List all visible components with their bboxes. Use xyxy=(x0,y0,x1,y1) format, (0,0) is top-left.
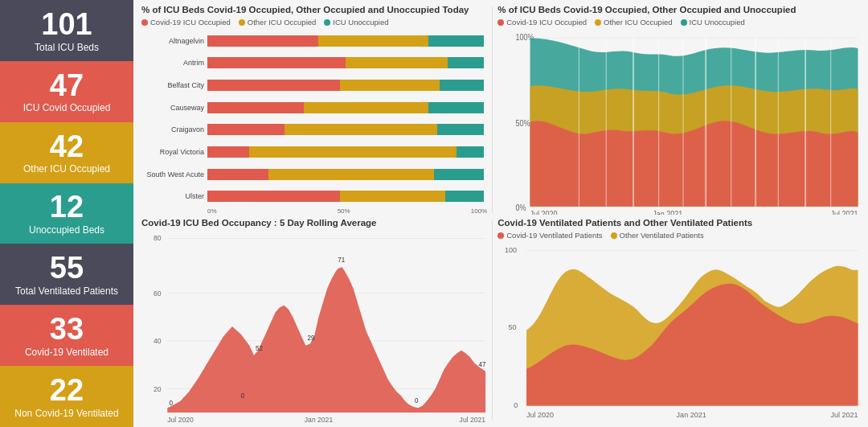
br-legend-other-dot xyxy=(611,232,617,239)
bar-unoccupied-segment xyxy=(434,169,484,180)
bar-row-label: Antrim xyxy=(141,59,204,67)
svg-text:47: 47 xyxy=(478,360,485,368)
tr-legend-other: Other ICU Occupied xyxy=(595,18,673,27)
bar-segments xyxy=(207,35,484,47)
bar-other-segment xyxy=(304,102,428,113)
tr-legend-unoccupied-label: ICU Unoccupied xyxy=(690,18,745,27)
other-icu-label: Other ICU Occupied xyxy=(18,163,115,174)
top-left-title: % of ICU Beds Covid-19 Occupied, Other O… xyxy=(141,5,487,14)
unoccupied-number: 12 xyxy=(50,191,84,224)
br-legend-covid-dot xyxy=(497,232,504,239)
charts-bottom-row: Covid-19 ICU Bed Occupancy : 5 Day Rolli… xyxy=(137,216,865,424)
total-icu-card: 101 Total ICU Beds xyxy=(0,0,133,61)
tr-legend-covid-label: Covid-19 ICU Occupied xyxy=(506,18,587,27)
svg-text:52: 52 xyxy=(256,343,263,351)
non-covid-vent-card: 22 Non Covid-19 Ventilated xyxy=(0,366,133,427)
svg-text:40: 40 xyxy=(154,337,162,345)
other-icu-number: 42 xyxy=(50,130,84,164)
total-icu-number: 101 xyxy=(41,8,92,42)
bar-row-label: Altnagelvin xyxy=(141,37,204,45)
bar-row-label: South West Acute xyxy=(141,170,204,179)
bottom-left-svg: 80 60 40 20 0 52 29 71 0 xyxy=(141,231,487,422)
bar-covid-segment xyxy=(207,80,340,91)
svg-text:20: 20 xyxy=(154,385,162,393)
bar-row-label: Royal Victoria xyxy=(141,148,204,156)
svg-text:60: 60 xyxy=(154,289,162,298)
total-vent-number: 55 xyxy=(50,252,84,285)
tr-legend-unoccupied-dot xyxy=(681,19,687,26)
unoccupied-label: Unoccupied Beds xyxy=(24,224,109,236)
top-right-area-chart: 100% 50% 0% Jul 2020 Jan 2021 xyxy=(497,30,860,215)
svg-text:Jan 2021: Jan 2021 xyxy=(653,209,683,215)
svg-text:Jan 2021: Jan 2021 xyxy=(677,411,706,419)
svg-text:0: 0 xyxy=(169,398,173,406)
bottom-left-chart: Covid-19 ICU Bed Occupancy : 5 Day Rolli… xyxy=(137,216,492,424)
br-legend-other-label: Other Ventilated Patients xyxy=(620,231,704,240)
svg-text:29: 29 xyxy=(308,333,315,341)
sidebar: 101 Total ICU Beds 47 ICU Covid Occupied… xyxy=(0,0,133,427)
top-right-legend: Covid-19 ICU Occupied Other ICU Occupied… xyxy=(497,18,860,27)
total-vent-label: Total Ventilated Patients xyxy=(10,285,123,297)
bar-row: Altnagelvin xyxy=(141,35,484,47)
top-right-title: % of ICU Beds Covid-19 Occupied, Other O… xyxy=(497,5,860,14)
br-legend-covid-label: Covid-19 Ventilated Patients xyxy=(506,231,602,240)
covid-vent-number: 33 xyxy=(50,313,84,347)
legend-covid-occupied: Covid-19 ICU Occupied xyxy=(141,18,231,27)
bar-segments xyxy=(207,80,484,91)
bar-other-segment xyxy=(340,191,445,202)
tr-legend-unoccupied: ICU Unoccupied xyxy=(681,18,745,27)
bottom-right-legend: Covid-19 Ventilated Patients Other Venti… xyxy=(497,231,860,240)
covid-vent-label: Covid-19 Ventilated xyxy=(20,347,113,358)
axis-label-100: 100% xyxy=(471,207,487,215)
bar-segments xyxy=(207,124,484,135)
legend-other-label: Other ICU Occupied xyxy=(248,18,317,27)
bottom-right-title: Covid-19 Ventilated Patients and Other V… xyxy=(497,218,860,228)
bar-unoccupied-segment xyxy=(440,80,484,91)
non-covid-vent-number: 22 xyxy=(50,374,84,408)
bar-segments xyxy=(207,169,484,180)
bar-covid-segment xyxy=(207,102,304,113)
bar-other-segment xyxy=(249,146,457,158)
tr-legend-covid-dot xyxy=(497,19,504,26)
top-left-chart: % of ICU Beds Covid-19 Occupied, Other O… xyxy=(137,3,492,216)
bar-row: Craigavon xyxy=(141,124,484,135)
svg-text:Jul 2020: Jul 2020 xyxy=(530,209,558,215)
bar-other-segment xyxy=(318,35,429,47)
bottom-right-area: 100 50 0 Jul 2020 Jan 2021 Jul 2021 xyxy=(497,243,860,422)
legend-other-dot xyxy=(239,19,245,26)
bar-row-label: Ulster xyxy=(141,192,204,200)
covid-vent-card: 33 Covid-19 Ventilated xyxy=(0,305,133,366)
bar-row: Ulster xyxy=(141,191,484,202)
top-left-legend: Covid-19 ICU Occupied Other ICU Occupied… xyxy=(141,18,487,27)
tr-legend-other-dot xyxy=(595,19,601,26)
svg-text:Jul 2020: Jul 2020 xyxy=(526,411,554,419)
top-right-svg: 100% 50% 0% Jul 2020 Jan 2021 xyxy=(497,30,860,215)
bar-axis-labels: 0% 50% 100% xyxy=(141,207,487,215)
svg-text:0: 0 xyxy=(241,392,245,400)
svg-text:Jul 2021: Jul 2021 xyxy=(831,209,858,215)
bar-other-segment xyxy=(285,124,436,135)
svg-text:Jul 2021: Jul 2021 xyxy=(831,411,858,419)
legend-unoccupied-dot xyxy=(324,19,330,26)
bottom-right-chart: Covid-19 Ventilated Patients and Other V… xyxy=(493,216,865,424)
legend-other-occupied: Other ICU Occupied xyxy=(239,18,317,27)
bar-row: Belfast City xyxy=(141,80,484,91)
bar-covid-segment xyxy=(207,169,268,180)
other-icu-card: 42 Other ICU Occupied xyxy=(0,122,133,183)
non-covid-vent-label: Non Covid-19 Ventilated xyxy=(10,408,123,419)
bar-segments xyxy=(207,191,484,202)
svg-text:100: 100 xyxy=(505,246,517,254)
legend-unoccupied: ICU Unoccupied xyxy=(324,18,388,27)
bar-covid-segment xyxy=(207,35,318,47)
bar-row-label: Causeway xyxy=(141,104,204,112)
bar-unoccupied-segment xyxy=(457,146,484,158)
total-icu-label: Total ICU Beds xyxy=(30,42,104,53)
bar-segments xyxy=(207,146,484,158)
bar-other-segment xyxy=(340,80,440,91)
bar-row: Royal Victoria xyxy=(141,146,484,158)
bar-covid-segment xyxy=(207,57,346,68)
svg-text:0%: 0% xyxy=(516,203,526,212)
svg-text:0: 0 xyxy=(415,396,419,404)
bottom-left-area: 80 60 40 20 0 52 29 71 0 xyxy=(141,231,487,422)
bar-unoccupied-segment xyxy=(437,124,485,135)
